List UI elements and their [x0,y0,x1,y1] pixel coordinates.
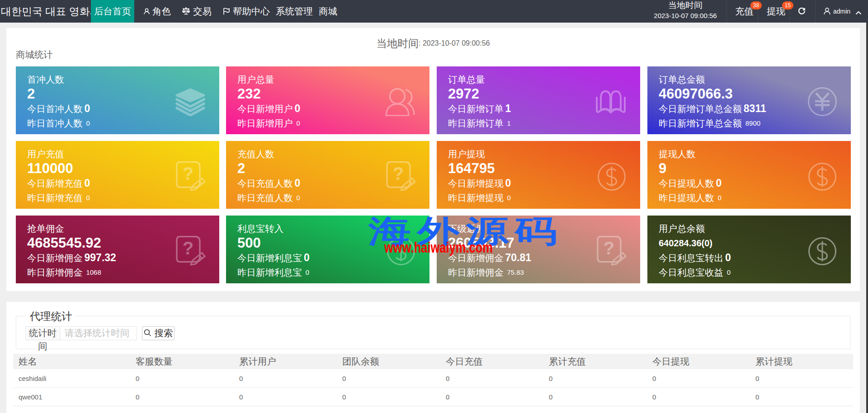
svg-text:?: ? [183,238,193,258]
svg-text:?: ? [604,238,614,258]
svg-text:?: ? [183,164,193,183]
svg-text:?: ? [393,164,404,183]
